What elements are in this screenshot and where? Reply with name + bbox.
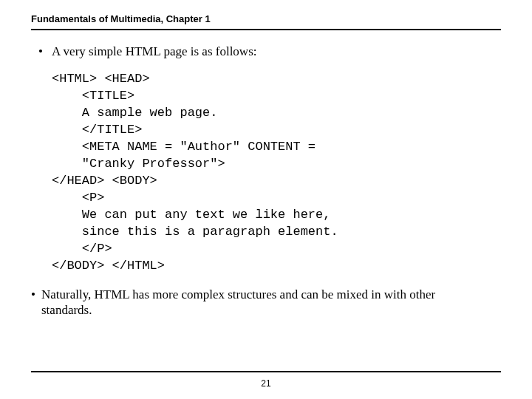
- bullet-item-1: • A very simple HTML page is as follows:: [38, 44, 501, 59]
- bottom-divider: [31, 371, 501, 372]
- bullet-icon: •: [31, 287, 41, 302]
- bullet-1-text: A very simple HTML page is as follows:: [52, 44, 256, 59]
- page-number: 21: [0, 378, 532, 389]
- bullet-item-2: • Naturally, HTML has more complex struc…: [31, 287, 501, 318]
- slide-content: • A very simple HTML page is as follows:…: [31, 44, 501, 318]
- bullet-2-text: Naturally, HTML has more complex structu…: [41, 287, 477, 318]
- top-divider: [31, 29, 501, 30]
- page-header-title: Fundamentals of Multimedia, Chapter 1: [31, 13, 501, 29]
- bullet-icon: •: [38, 44, 52, 59]
- code-sample: <HTML> <HEAD> <TITLE> A sample web page.…: [52, 71, 501, 274]
